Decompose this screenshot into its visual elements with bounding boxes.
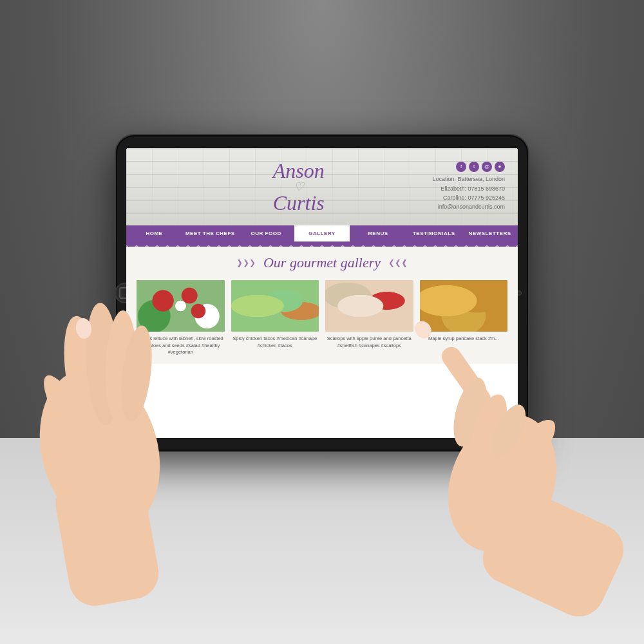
title-right-decoration: ❮❮❰	[388, 258, 408, 267]
facebook-icon[interactable]: f	[456, 162, 466, 172]
gallery-caption-4: Maple syrup pancake stack #m...	[420, 336, 508, 343]
nav-menus[interactable]: MENUS	[350, 225, 406, 242]
gallery-caption-2: Spicy chicken tacos #mexican #canape #ch…	[231, 336, 319, 349]
nav-testimonials[interactable]: TESTIMONIALS	[406, 225, 462, 242]
gallery-caption-1: Lambs lettuce with labneh, slow roasted …	[137, 336, 225, 356]
site-navigation: HOME MEET THE CHEFS OUR FOOD GALLERY MEN…	[126, 225, 518, 242]
elizabeth-text: Elizabeth: 07815 698670	[432, 184, 505, 193]
social-icons-row: f t @ ●	[432, 162, 505, 172]
website-content: Anson ♡ Curtis f t @ ● Location: Batters…	[126, 148, 518, 438]
table-surface	[0, 438, 644, 644]
email-icon[interactable]: @	[482, 162, 492, 172]
title-left-decoration: ❱❯❯	[236, 258, 256, 267]
gallery-img-tacos	[231, 280, 319, 332]
contact-area: f t @ ● Location: Battersea, London Eliz…	[432, 162, 505, 212]
gallery-img-salad	[137, 280, 225, 332]
logo-line1: Anson	[273, 160, 325, 181]
gallery-item-3[interactable]: Scallops with apple purée and pancetta #…	[325, 280, 413, 356]
nav-newsletters[interactable]: NEWSLETTERS	[462, 225, 518, 242]
gallery-item-1[interactable]: Lambs lettuce with labneh, slow roasted …	[137, 280, 225, 356]
gallery-item-4[interactable]: Maple syrup pancake stack #m...	[420, 280, 508, 356]
gallery-title: Our gourmet gallery	[263, 254, 381, 271]
email-text: info@ansonandcurtis.com	[432, 202, 505, 211]
location-text: Location: Battersea, London	[432, 175, 505, 184]
gallery-img-pancakes	[420, 280, 508, 332]
site-header: Anson ♡ Curtis f t @ ● Location: Batters…	[126, 148, 518, 225]
svg-point-1	[58, 314, 110, 433]
ipad-frame: Anson ♡ Curtis f t @ ● Location: Batters…	[116, 135, 528, 451]
nav-decoration	[126, 242, 518, 247]
nav-gallery[interactable]: GALLERY	[294, 225, 350, 242]
gallery-grid: Lambs lettuce with labneh, slow roasted …	[137, 280, 507, 356]
logo-area: Anson ♡ Curtis	[139, 160, 432, 213]
logo-line2: Curtis	[273, 193, 325, 213]
ipad-screen: Anson ♡ Curtis f t @ ● Location: Batters…	[126, 148, 518, 438]
caroline-text: Caroline: 07775 925245	[432, 193, 505, 202]
gallery-title-row: ❱❯❯ Our gourmet gallery ❮❮❰	[137, 254, 507, 271]
nav-items-list: HOME MEET THE CHEFS OUR FOOD GALLERY MEN…	[126, 225, 518, 242]
gallery-caption-3: Scallops with apple purée and pancetta #…	[325, 336, 413, 349]
svg-point-6	[75, 317, 93, 339]
nav-home[interactable]: HOME	[126, 225, 182, 242]
rss-icon[interactable]: ●	[495, 162, 505, 172]
nav-our-food[interactable]: OUR FOOD	[238, 225, 294, 242]
gallery-section: ❱❯❯ Our gourmet gallery ❮❮❰ Lambs lettuc…	[126, 247, 518, 364]
twitter-icon[interactable]: t	[469, 162, 479, 172]
ipad-device: Anson ♡ Curtis f t @ ● Location: Batters…	[116, 135, 528, 457]
gallery-item-2[interactable]: Spicy chicken tacos #mexican #canape #ch…	[231, 280, 319, 356]
nav-meet-chefs[interactable]: MEET THE CHEFS	[182, 225, 238, 242]
gallery-img-scallops	[325, 280, 413, 332]
